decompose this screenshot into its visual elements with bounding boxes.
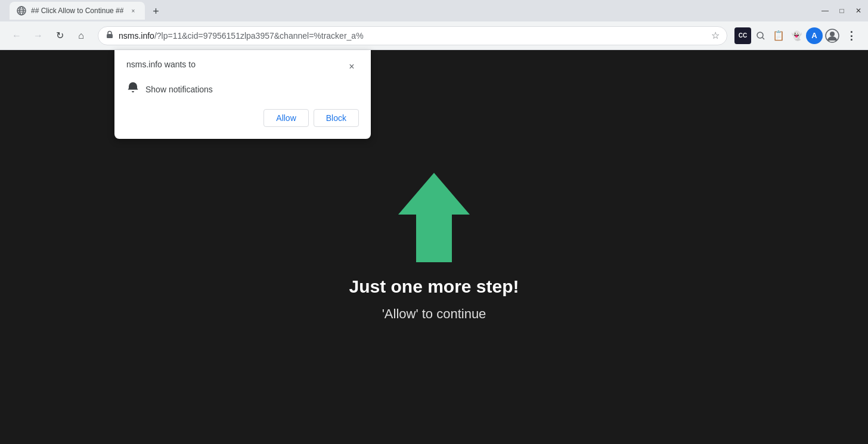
popup-buttons: Allow Block (126, 109, 359, 127)
tab-favicon-icon (17, 6, 26, 15)
permission-row: Show notifications (126, 81, 359, 97)
minimize-button[interactable]: — (820, 6, 830, 15)
svg-point-9 (830, 32, 835, 36)
chrome-window: ## Click Allow to Continue ## × + — □ ✕ … (0, 0, 868, 444)
window-controls: — □ ✕ (820, 6, 863, 15)
allow-button[interactable]: Allow (264, 109, 308, 127)
page-content: nsms.info wants to × Show notifications … (0, 50, 868, 444)
title-bar: ## Click Allow to Continue ## × + — □ ✕ (0, 0, 868, 21)
active-tab[interactable]: ## Click Allow to Continue ## × (10, 2, 145, 20)
popup-header: nsms.info wants to × (126, 60, 359, 74)
new-tab-button[interactable]: + (147, 3, 164, 20)
close-window-button[interactable]: ✕ (854, 6, 863, 15)
permission-text: Show notifications (145, 85, 213, 94)
url-text: nsms.info/?lp=11&cid=97956151zlpa3957&ch… (119, 31, 706, 41)
extension-cc-button[interactable]: CC (734, 27, 751, 44)
chrome-menu-button[interactable]: ⋮ (842, 26, 861, 45)
page-center-content: Just one more step! 'Allow' to continue (349, 173, 519, 322)
lock-icon (106, 30, 114, 41)
reload-button[interactable]: ↻ (50, 26, 69, 45)
popup-close-button[interactable]: × (345, 60, 359, 74)
bookmark-star-icon[interactable]: ☆ (711, 30, 720, 41)
address-bar[interactable]: nsms.info/?lp=11&cid=97956151zlpa3957&ch… (98, 26, 727, 45)
home-button[interactable]: ⌂ (72, 26, 91, 45)
permission-popup: nsms.info wants to × Show notifications … (114, 50, 371, 139)
maximize-button[interactable]: □ (837, 6, 847, 15)
svg-marker-10 (398, 173, 470, 262)
toolbar: ← → ↻ ⌂ nsms.info/?lp=11&cid=97956151zlp… (0, 21, 868, 50)
forward-button[interactable]: → (29, 26, 48, 45)
popup-title: nsms.info wants to (126, 60, 196, 69)
page-subtext: 'Allow' to continue (382, 306, 486, 322)
svg-line-7 (762, 38, 764, 39)
tab-title: ## Click Allow to Continue ## (31, 7, 123, 15)
block-button[interactable]: Block (314, 109, 359, 127)
bell-icon (126, 81, 140, 97)
extension-folder-button[interactable]: 📋 (770, 27, 787, 44)
extensions-area: CC 📋 👻 A ⋮ (734, 26, 861, 45)
extension-ghost-button[interactable]: 👻 (788, 27, 805, 44)
tab-bar: ## Click Allow to Continue ## × + (5, 2, 816, 20)
url-path: /?lp=11&cid=97956151zlpa3957&channel=%tr… (154, 31, 364, 41)
svg-point-6 (757, 32, 763, 38)
tab-close-button[interactable]: × (128, 6, 138, 15)
url-domain: nsms.info (119, 31, 154, 41)
extension-search-button[interactable] (752, 27, 769, 44)
user-profile-button[interactable] (824, 27, 841, 44)
svg-rect-5 (107, 34, 113, 38)
extension-profile-a-button[interactable]: A (806, 27, 823, 44)
page-headline: Just one more step! (349, 277, 519, 297)
green-arrow-icon (392, 173, 476, 262)
back-button[interactable]: ← (7, 26, 26, 45)
